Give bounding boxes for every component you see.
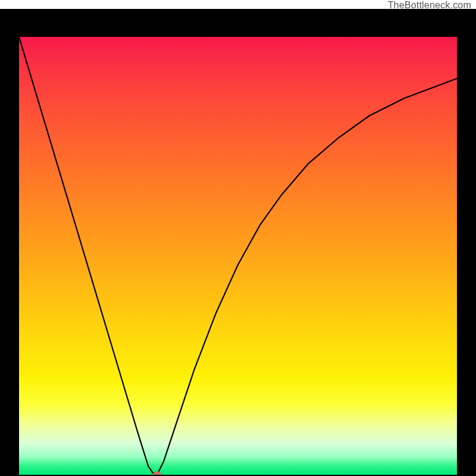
optimum-marker (153, 471, 161, 475)
plot-area (19, 37, 457, 475)
curve-svg (19, 37, 457, 475)
bottleneck-curve (19, 37, 457, 475)
chart-frame (0, 9, 476, 476)
